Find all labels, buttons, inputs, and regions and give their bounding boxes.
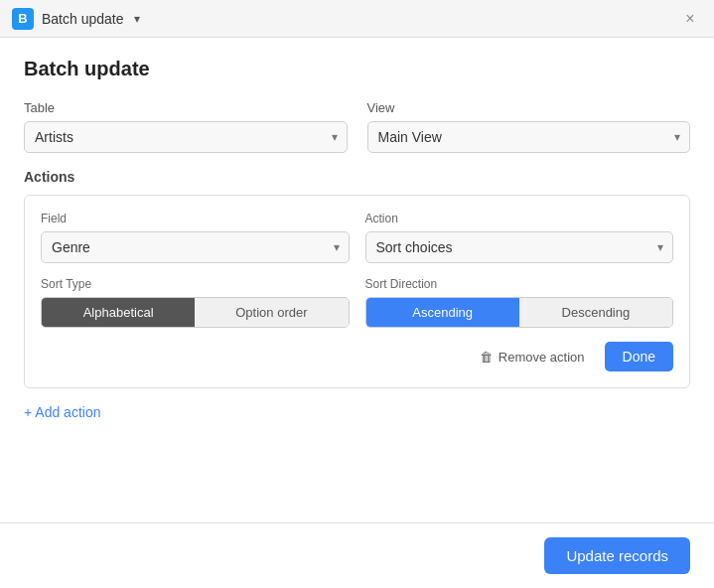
action-select-wrapper: Sort choices ▾ — [365, 231, 674, 263]
title-bar-dropdown-btn[interactable]: ▾ — [132, 10, 142, 28]
sort-direction-group: Sort Direction Ascending Descending — [365, 277, 674, 328]
modal-body: Batch update Table Artists ▾ View Main V… — [0, 38, 714, 522]
sort-direction-label: Sort Direction — [365, 277, 674, 291]
sort-type-group: Sort Type Alphabetical Option order — [41, 277, 350, 328]
table-group: Table Artists ▾ — [24, 100, 348, 153]
sort-type-alphabetical-btn[interactable]: Alphabetical — [42, 298, 195, 327]
modal-footer: Update records — [0, 522, 714, 588]
action-card: Field Genre ▾ Action Sort choices ▾ — [24, 195, 690, 388]
field-group: Field Genre ▾ — [41, 212, 350, 263]
add-action-button[interactable]: + Add action — [24, 400, 100, 424]
modal-title: Batch update — [24, 58, 690, 80]
sort-type-label: Sort Type — [41, 277, 350, 291]
title-bar-left: B Batch update ▾ — [12, 8, 142, 30]
action-label: Action — [365, 212, 674, 225]
table-select-wrapper: Artists ▾ — [24, 121, 348, 153]
action-group: Action Sort choices ▾ — [365, 212, 674, 263]
view-label: View — [367, 100, 691, 115]
app-icon: B — [12, 8, 34, 30]
actions-section-label: Actions — [24, 169, 690, 185]
modal-container: B Batch update ▾ × Batch update Table Ar… — [0, 0, 714, 588]
action-footer: 🗑 Remove action Done — [41, 342, 673, 371]
title-bar-title: Batch update — [42, 11, 124, 27]
field-action-row: Field Genre ▾ Action Sort choices ▾ — [41, 212, 673, 263]
remove-action-label: Remove action — [499, 350, 585, 365]
field-label: Field — [41, 212, 350, 225]
done-button[interactable]: Done — [605, 342, 673, 371]
update-records-button[interactable]: Update records — [544, 537, 690, 574]
sort-direction-toggle-group: Ascending Descending — [365, 297, 674, 328]
view-select-wrapper: Main View ▾ — [367, 121, 691, 153]
title-bar: B Batch update ▾ × — [0, 0, 714, 38]
field-select[interactable]: Genre — [41, 231, 350, 263]
sort-direction-ascending-btn[interactable]: Ascending — [366, 298, 519, 327]
app-icon-letter: B — [18, 11, 27, 26]
remove-action-button[interactable]: 🗑 Remove action — [470, 344, 595, 370]
view-select[interactable]: Main View — [367, 121, 691, 153]
table-label: Table — [24, 100, 348, 115]
sort-type-toggle-group: Alphabetical Option order — [41, 297, 350, 328]
trash-icon: 🗑 — [480, 350, 493, 365]
view-group: View Main View ▾ — [367, 100, 691, 153]
sort-direction-descending-btn[interactable]: Descending — [519, 298, 672, 327]
close-button[interactable]: × — [678, 7, 702, 31]
action-select[interactable]: Sort choices — [365, 231, 674, 263]
sort-type-option-order-btn[interactable]: Option order — [195, 298, 348, 327]
table-select[interactable]: Artists — [24, 121, 348, 153]
table-view-row: Table Artists ▾ View Main View ▾ — [24, 100, 690, 153]
field-select-wrapper: Genre ▾ — [41, 231, 350, 263]
sort-row: Sort Type Alphabetical Option order Sort… — [41, 277, 673, 328]
